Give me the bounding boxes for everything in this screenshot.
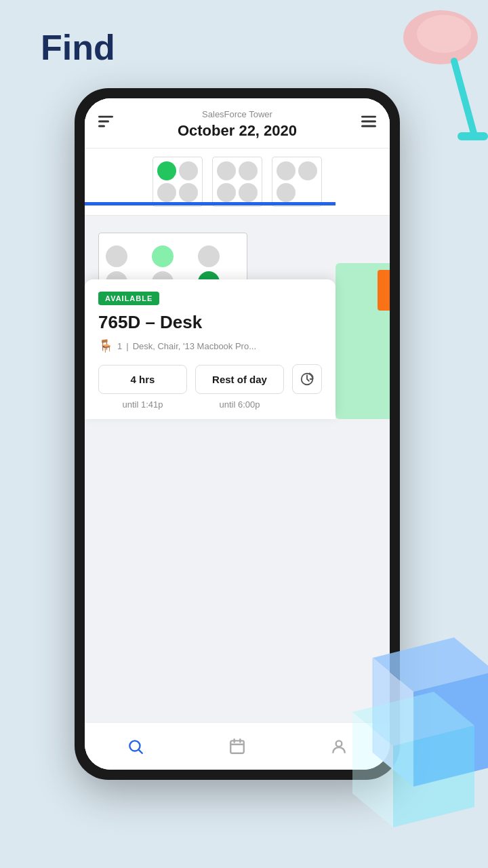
filter-icon[interactable] bbox=[98, 115, 113, 131]
search-icon bbox=[127, 738, 144, 755]
page-title: Find bbox=[41, 27, 115, 68]
desk-title: 765D – Desk bbox=[98, 312, 322, 333]
nav-search[interactable] bbox=[113, 732, 158, 761]
desk-dot[interactable] bbox=[179, 161, 198, 180]
svg-rect-5 bbox=[98, 120, 109, 122]
selection-bar bbox=[85, 202, 336, 205]
desk-icon: 🪑 bbox=[98, 338, 113, 353]
desk-separator: | bbox=[126, 341, 128, 351]
duration-rest-of-day-button[interactable]: Rest of day bbox=[195, 365, 284, 394]
svg-rect-3 bbox=[458, 132, 488, 140]
room-desk-dot[interactable] bbox=[152, 245, 174, 267]
info-card: AVAILABLE 765D – Desk 🪑 1 | Desk, Chair,… bbox=[85, 279, 336, 419]
available-badge: AVAILABLE bbox=[98, 292, 159, 305]
desk-cluster-1 bbox=[152, 157, 203, 207]
app-header: SalesForce Tower October 22, 2020 bbox=[85, 98, 390, 149]
desk-dot[interactable] bbox=[239, 161, 258, 180]
desk-dot[interactable] bbox=[277, 183, 296, 202]
desk-cluster-2 bbox=[212, 157, 262, 207]
desk-dot[interactable] bbox=[217, 161, 236, 180]
time-label-placeholder bbox=[292, 399, 322, 410]
duration-buttons-row: 4 hrs Rest of day bbox=[98, 364, 322, 394]
desk-dot[interactable] bbox=[179, 183, 198, 202]
svg-line-2 bbox=[454, 61, 474, 136]
svg-rect-13 bbox=[230, 741, 244, 753]
svg-rect-4 bbox=[98, 115, 113, 117]
svg-rect-9 bbox=[361, 125, 376, 127]
orange-tab bbox=[378, 270, 390, 311]
svg-point-1 bbox=[417, 15, 471, 53]
floor-mid-area: AVAILABLE 765D – Desk 🪑 1 | Desk, Chair,… bbox=[85, 216, 390, 419]
menu-icon[interactable] bbox=[361, 115, 376, 131]
iso-cube-decoration bbox=[319, 631, 488, 848]
room-desk-dot[interactable] bbox=[198, 245, 220, 267]
desk-dot[interactable] bbox=[157, 161, 176, 180]
header-date: October 22, 2020 bbox=[98, 122, 376, 140]
desk-meta: 🪑 1 | Desk, Chair, '13 Macbook Pro... bbox=[98, 338, 322, 353]
desk-dot[interactable] bbox=[217, 183, 236, 202]
calendar-icon bbox=[228, 738, 246, 755]
time-label-rest-of-day: until 6:00p bbox=[195, 399, 284, 410]
desk-amenities: Desk, Chair, '13 Macbook Pro... bbox=[133, 341, 256, 351]
duration-4hrs-button[interactable]: 4 hrs bbox=[98, 365, 187, 394]
svg-rect-6 bbox=[98, 125, 105, 127]
nav-calendar[interactable] bbox=[215, 732, 260, 761]
svg-rect-8 bbox=[361, 120, 376, 122]
desk-cluster-3 bbox=[272, 157, 322, 207]
desk-capacity: 1 bbox=[117, 341, 122, 351]
desk-clusters-top bbox=[85, 149, 390, 216]
time-label-4hrs: until 1:41p bbox=[98, 399, 187, 410]
room-desk-dot[interactable] bbox=[106, 245, 127, 267]
desk-dot[interactable] bbox=[298, 161, 317, 180]
desk-dot[interactable] bbox=[239, 183, 258, 202]
svg-rect-7 bbox=[361, 115, 376, 117]
desk-dot[interactable] bbox=[157, 183, 176, 202]
custom-time-button[interactable] bbox=[292, 364, 322, 394]
desk-dot[interactable] bbox=[277, 161, 296, 180]
time-labels-row: until 1:41p until 6:00p bbox=[98, 399, 322, 410]
header-location: SalesForce Tower bbox=[98, 109, 376, 119]
svg-line-12 bbox=[139, 749, 142, 753]
